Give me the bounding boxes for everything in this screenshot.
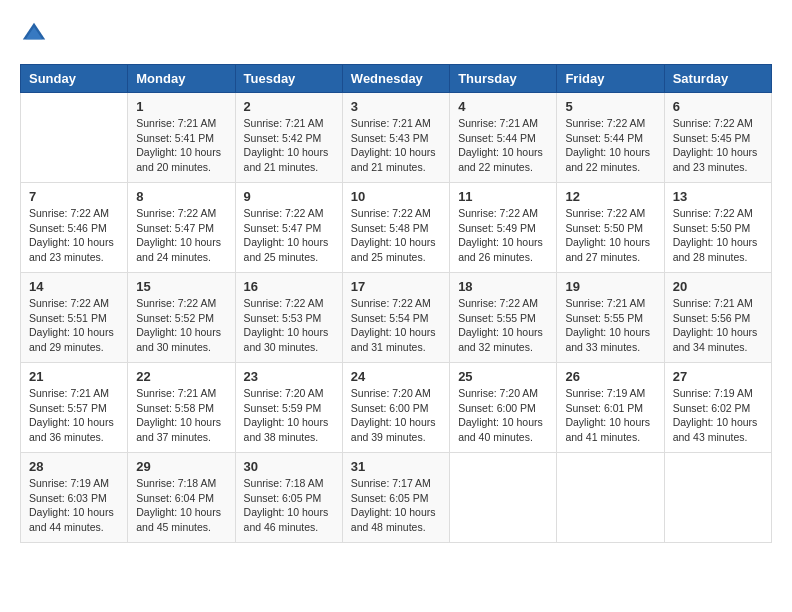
calendar-cell: 29Sunrise: 7:18 AM Sunset: 6:04 PM Dayli… [128,453,235,543]
day-info: Sunrise: 7:20 AM Sunset: 6:00 PM Dayligh… [351,386,441,445]
calendar-cell: 27Sunrise: 7:19 AM Sunset: 6:02 PM Dayli… [664,363,771,453]
day-number: 28 [29,459,119,474]
calendar-cell: 22Sunrise: 7:21 AM Sunset: 5:58 PM Dayli… [128,363,235,453]
calendar-cell: 19Sunrise: 7:21 AM Sunset: 5:55 PM Dayli… [557,273,664,363]
day-info: Sunrise: 7:17 AM Sunset: 6:05 PM Dayligh… [351,476,441,535]
day-number: 21 [29,369,119,384]
calendar-header: SundayMondayTuesdayWednesdayThursdayFrid… [21,65,772,93]
day-info: Sunrise: 7:19 AM Sunset: 6:02 PM Dayligh… [673,386,763,445]
day-number: 31 [351,459,441,474]
calendar-cell: 23Sunrise: 7:20 AM Sunset: 5:59 PM Dayli… [235,363,342,453]
calendar-cell: 11Sunrise: 7:22 AM Sunset: 5:49 PM Dayli… [450,183,557,273]
calendar-cell: 25Sunrise: 7:20 AM Sunset: 6:00 PM Dayli… [450,363,557,453]
day-info: Sunrise: 7:22 AM Sunset: 5:45 PM Dayligh… [673,116,763,175]
day-info: Sunrise: 7:20 AM Sunset: 5:59 PM Dayligh… [244,386,334,445]
day-info: Sunrise: 7:22 AM Sunset: 5:49 PM Dayligh… [458,206,548,265]
day-info: Sunrise: 7:19 AM Sunset: 6:01 PM Dayligh… [565,386,655,445]
day-number: 27 [673,369,763,384]
day-number: 11 [458,189,548,204]
day-info: Sunrise: 7:22 AM Sunset: 5:50 PM Dayligh… [565,206,655,265]
day-info: Sunrise: 7:18 AM Sunset: 6:05 PM Dayligh… [244,476,334,535]
calendar-cell: 13Sunrise: 7:22 AM Sunset: 5:50 PM Dayli… [664,183,771,273]
day-number: 14 [29,279,119,294]
calendar-cell: 3Sunrise: 7:21 AM Sunset: 5:43 PM Daylig… [342,93,449,183]
calendar-cell [664,453,771,543]
weekday-header-thursday: Thursday [450,65,557,93]
calendar-cell: 28Sunrise: 7:19 AM Sunset: 6:03 PM Dayli… [21,453,128,543]
calendar-cell: 5Sunrise: 7:22 AM Sunset: 5:44 PM Daylig… [557,93,664,183]
calendar-week-1: 1Sunrise: 7:21 AM Sunset: 5:41 PM Daylig… [21,93,772,183]
calendar-cell: 10Sunrise: 7:22 AM Sunset: 5:48 PM Dayli… [342,183,449,273]
calendar-cell: 24Sunrise: 7:20 AM Sunset: 6:00 PM Dayli… [342,363,449,453]
day-number: 3 [351,99,441,114]
day-number: 22 [136,369,226,384]
day-info: Sunrise: 7:22 AM Sunset: 5:52 PM Dayligh… [136,296,226,355]
day-number: 25 [458,369,548,384]
calendar-cell: 12Sunrise: 7:22 AM Sunset: 5:50 PM Dayli… [557,183,664,273]
day-info: Sunrise: 7:21 AM Sunset: 5:55 PM Dayligh… [565,296,655,355]
day-info: Sunrise: 7:22 AM Sunset: 5:54 PM Dayligh… [351,296,441,355]
calendar-cell: 26Sunrise: 7:19 AM Sunset: 6:01 PM Dayli… [557,363,664,453]
calendar-cell: 30Sunrise: 7:18 AM Sunset: 6:05 PM Dayli… [235,453,342,543]
day-number: 19 [565,279,655,294]
calendar-cell: 15Sunrise: 7:22 AM Sunset: 5:52 PM Dayli… [128,273,235,363]
day-info: Sunrise: 7:22 AM Sunset: 5:51 PM Dayligh… [29,296,119,355]
day-number: 26 [565,369,655,384]
day-info: Sunrise: 7:22 AM Sunset: 5:47 PM Dayligh… [136,206,226,265]
calendar-week-4: 21Sunrise: 7:21 AM Sunset: 5:57 PM Dayli… [21,363,772,453]
day-number: 13 [673,189,763,204]
weekday-header-monday: Monday [128,65,235,93]
calendar-cell: 6Sunrise: 7:22 AM Sunset: 5:45 PM Daylig… [664,93,771,183]
calendar-cell: 14Sunrise: 7:22 AM Sunset: 5:51 PM Dayli… [21,273,128,363]
day-number: 18 [458,279,548,294]
weekday-header-saturday: Saturday [664,65,771,93]
calendar-cell: 8Sunrise: 7:22 AM Sunset: 5:47 PM Daylig… [128,183,235,273]
calendar-cell: 18Sunrise: 7:22 AM Sunset: 5:55 PM Dayli… [450,273,557,363]
day-info: Sunrise: 7:19 AM Sunset: 6:03 PM Dayligh… [29,476,119,535]
day-info: Sunrise: 7:21 AM Sunset: 5:57 PM Dayligh… [29,386,119,445]
weekday-header-row: SundayMondayTuesdayWednesdayThursdayFrid… [21,65,772,93]
calendar-cell: 20Sunrise: 7:21 AM Sunset: 5:56 PM Dayli… [664,273,771,363]
calendar-cell [21,93,128,183]
calendar-cell: 2Sunrise: 7:21 AM Sunset: 5:42 PM Daylig… [235,93,342,183]
logo-icon [20,20,48,48]
day-info: Sunrise: 7:21 AM Sunset: 5:56 PM Dayligh… [673,296,763,355]
day-info: Sunrise: 7:21 AM Sunset: 5:43 PM Dayligh… [351,116,441,175]
page-header [20,20,772,48]
calendar-cell [557,453,664,543]
calendar-cell: 31Sunrise: 7:17 AM Sunset: 6:05 PM Dayli… [342,453,449,543]
day-number: 8 [136,189,226,204]
day-number: 9 [244,189,334,204]
calendar-cell: 21Sunrise: 7:21 AM Sunset: 5:57 PM Dayli… [21,363,128,453]
weekday-header-wednesday: Wednesday [342,65,449,93]
day-info: Sunrise: 7:20 AM Sunset: 6:00 PM Dayligh… [458,386,548,445]
day-number: 24 [351,369,441,384]
day-info: Sunrise: 7:21 AM Sunset: 5:41 PM Dayligh… [136,116,226,175]
calendar-cell: 7Sunrise: 7:22 AM Sunset: 5:46 PM Daylig… [21,183,128,273]
day-number: 30 [244,459,334,474]
day-number: 23 [244,369,334,384]
weekday-header-tuesday: Tuesday [235,65,342,93]
day-number: 2 [244,99,334,114]
day-number: 16 [244,279,334,294]
day-number: 5 [565,99,655,114]
day-info: Sunrise: 7:22 AM Sunset: 5:47 PM Dayligh… [244,206,334,265]
calendar-cell: 16Sunrise: 7:22 AM Sunset: 5:53 PM Dayli… [235,273,342,363]
weekday-header-sunday: Sunday [21,65,128,93]
calendar-week-2: 7Sunrise: 7:22 AM Sunset: 5:46 PM Daylig… [21,183,772,273]
calendar-cell: 1Sunrise: 7:21 AM Sunset: 5:41 PM Daylig… [128,93,235,183]
day-info: Sunrise: 7:22 AM Sunset: 5:53 PM Dayligh… [244,296,334,355]
day-info: Sunrise: 7:21 AM Sunset: 5:44 PM Dayligh… [458,116,548,175]
day-number: 6 [673,99,763,114]
calendar-cell: 9Sunrise: 7:22 AM Sunset: 5:47 PM Daylig… [235,183,342,273]
day-info: Sunrise: 7:22 AM Sunset: 5:48 PM Dayligh… [351,206,441,265]
calendar-cell: 17Sunrise: 7:22 AM Sunset: 5:54 PM Dayli… [342,273,449,363]
calendar-cell: 4Sunrise: 7:21 AM Sunset: 5:44 PM Daylig… [450,93,557,183]
day-number: 29 [136,459,226,474]
weekday-header-friday: Friday [557,65,664,93]
calendar-table: SundayMondayTuesdayWednesdayThursdayFrid… [20,64,772,543]
calendar-cell [450,453,557,543]
day-info: Sunrise: 7:21 AM Sunset: 5:58 PM Dayligh… [136,386,226,445]
day-number: 20 [673,279,763,294]
calendar-week-3: 14Sunrise: 7:22 AM Sunset: 5:51 PM Dayli… [21,273,772,363]
